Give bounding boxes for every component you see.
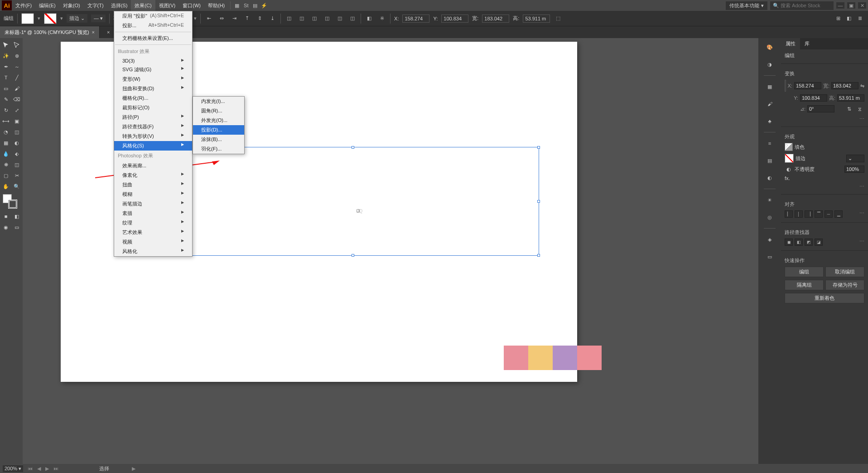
minus-front-icon[interactable]: ◧	[795, 239, 803, 246]
prop-opacity-input[interactable]	[844, 166, 864, 173]
align-vcenter-icon[interactable]: ─	[825, 210, 833, 218]
w-input[interactable]	[482, 15, 509, 23]
submenu-outer-glow[interactable]: 外发光(O)...	[193, 116, 244, 125]
align-hcenter-icon[interactable]: ⇔	[217, 14, 226, 23]
rectangle-tool-icon[interactable]: ▭	[1, 83, 11, 93]
menu-object[interactable]: 对象(O)	[59, 0, 84, 11]
ref-point-icon[interactable]	[785, 80, 786, 92]
recolor-button[interactable]: 重新着色	[785, 293, 864, 303]
menu-stylize[interactable]: 风格化(S)	[114, 141, 192, 151]
align-hcenter-icon[interactable]: │	[795, 210, 803, 218]
more-icon[interactable]: ⋯	[859, 116, 864, 122]
menu-path[interactable]: 路径(P)	[114, 112, 192, 122]
more-icon[interactable]: ⋯	[859, 239, 864, 246]
submenu-scribble[interactable]: 涂抹(B)...	[193, 135, 244, 144]
artboards-panel-icon[interactable]: ▭	[763, 250, 776, 263]
menu-pixelate[interactable]: 像素化	[114, 171, 192, 180]
paintbrush-tool-icon[interactable]: 🖌	[12, 83, 22, 93]
align-top-icon[interactable]: ▔	[815, 210, 823, 218]
align-bottom-icon[interactable]: ▁	[834, 210, 843, 218]
symbol-sprayer-tool-icon[interactable]: ❋	[1, 160, 11, 170]
menu-view[interactable]: 视图(V)	[155, 0, 179, 11]
stroke-weight-select[interactable]: 描边 ⌄	[67, 14, 87, 23]
edit-similar-icon[interactable]: ⊞	[834, 14, 843, 23]
dist-left-icon[interactable]: ◫	[285, 14, 294, 23]
screen-mode-icon[interactable]: ▭	[12, 222, 22, 232]
menu-blur[interactable]: 模糊	[114, 190, 192, 199]
flip-v-icon[interactable]: ⇅	[844, 104, 854, 113]
more-icon[interactable]: ⋯	[859, 210, 864, 218]
menu-doc-raster[interactable]: 文档栅格效果设置(E)...	[114, 34, 192, 43]
scale-tool-icon[interactable]: ⤢	[12, 105, 22, 115]
tab-close-icon[interactable]: ×	[107, 29, 110, 35]
column-graph-tool-icon[interactable]: ◫	[12, 160, 22, 170]
graphic-styles-panel-icon[interactable]: ◎	[763, 211, 776, 224]
arrange-docs-icon[interactable]: ▦	[232, 1, 241, 10]
save-symbol-button[interactable]: 存储为符号	[825, 280, 864, 290]
appearance-panel-icon[interactable]: ☀	[763, 194, 776, 206]
eraser-tool-icon[interactable]: ⌫	[12, 94, 22, 104]
type-tool-icon[interactable]: T	[1, 73, 11, 83]
intersect-icon[interactable]: ◩	[805, 239, 813, 246]
align-vcenter-icon[interactable]: ⇕	[255, 14, 264, 23]
y-input[interactable]	[441, 15, 468, 23]
stroke-panel-icon[interactable]: ≡	[763, 137, 776, 150]
align-bottom-icon[interactable]: ⤓	[268, 14, 277, 23]
arrange-icon[interactable]: ▤	[251, 1, 260, 10]
fill-swatch[interactable]	[21, 13, 34, 24]
stroke-swatch[interactable]	[44, 13, 57, 24]
gradient-panel-icon[interactable]: ▤	[763, 154, 776, 167]
prop-w-input[interactable]	[831, 82, 858, 89]
tab-close-icon[interactable]: ×	[92, 29, 95, 35]
stroke-indicator[interactable]	[785, 154, 794, 163]
nav-next-icon[interactable]: ▶	[45, 466, 49, 472]
ungroup-button[interactable]: 取消编组	[825, 267, 864, 277]
align-left-icon[interactable]: ▏	[785, 210, 793, 218]
status-play-icon[interactable]: ▶	[132, 466, 135, 472]
gpu-icon[interactable]: ⚡	[260, 1, 269, 10]
flip-h-icon[interactable]: ⇋	[860, 81, 864, 90]
menu-convert-shape[interactable]: 转换为形状(V)	[114, 132, 192, 141]
color-guide-panel-icon[interactable]: ◑	[763, 58, 776, 71]
prop-x-input[interactable]	[794, 82, 821, 89]
hand-tool-icon[interactable]: ✋	[1, 181, 11, 191]
stroke-weight-input[interactable]: ⌄	[846, 155, 864, 162]
dist-bottom-icon[interactable]: ◫	[348, 14, 357, 23]
swatches-panel-icon[interactable]: ▦	[763, 80, 776, 93]
x-input[interactable]	[402, 15, 429, 23]
menu-3d[interactable]: 3D(3)	[114, 57, 192, 65]
align-right-icon[interactable]: ▕	[805, 210, 813, 218]
nav-prev-icon[interactable]: ◀	[37, 466, 41, 472]
window-min-icon[interactable]: —	[836, 2, 844, 9]
shape-mode-icon[interactable]: ◧	[365, 14, 374, 23]
eyedropper-tool-icon[interactable]: 💧	[1, 149, 11, 159]
mesh-tool-icon[interactable]: ▦	[1, 138, 11, 148]
slice-tool-icon[interactable]: ✂	[12, 171, 22, 180]
free-transform-tool-icon[interactable]: ▣	[12, 116, 22, 126]
perspective-tool-icon[interactable]: ◫	[12, 127, 22, 137]
rotate-tool-icon[interactable]: ↻	[1, 105, 11, 115]
zoom-select[interactable]: 200% ▾	[3, 465, 23, 472]
stroke-box[interactable]	[8, 200, 17, 209]
menu-distort[interactable]: 扭曲	[114, 180, 192, 190]
layers-panel-icon[interactable]: ◈	[763, 233, 776, 246]
artboard-tool-icon[interactable]: ▢	[1, 171, 11, 180]
submenu-inner-glow[interactable]: 内发光(I)...	[193, 97, 244, 106]
menu-edit[interactable]: 编辑(E)	[35, 0, 59, 11]
direct-selection-tool-icon[interactable]	[12, 40, 22, 50]
menu-effect[interactable]: 效果(C)	[131, 0, 155, 11]
h-input[interactable]	[523, 15, 550, 23]
document-tab[interactable]: ×	[100, 26, 115, 38]
group-button[interactable]: 编组	[785, 267, 824, 277]
magic-wand-tool-icon[interactable]: ✨	[1, 51, 11, 61]
workspace-switcher[interactable]: 传统基本功能▾	[726, 1, 767, 10]
submenu-drop-shadow[interactable]: 投影(D)...	[193, 125, 244, 135]
isolate-button[interactable]: 隔离组	[785, 280, 824, 290]
curvature-tool-icon[interactable]: ～	[12, 62, 22, 72]
unite-icon[interactable]: ◼	[785, 239, 793, 246]
constrain-icon[interactable]: ⬚	[554, 14, 563, 23]
menu-crop-marks[interactable]: 裁剪标记(O)	[114, 103, 192, 112]
menu-apply-last[interactable]: 应用 "投影"(A)Shift+Ctrl+E	[114, 11, 192, 21]
nav-last-icon[interactable]: ⏭	[53, 466, 58, 471]
width-tool-icon[interactable]: ⟷	[1, 116, 11, 126]
